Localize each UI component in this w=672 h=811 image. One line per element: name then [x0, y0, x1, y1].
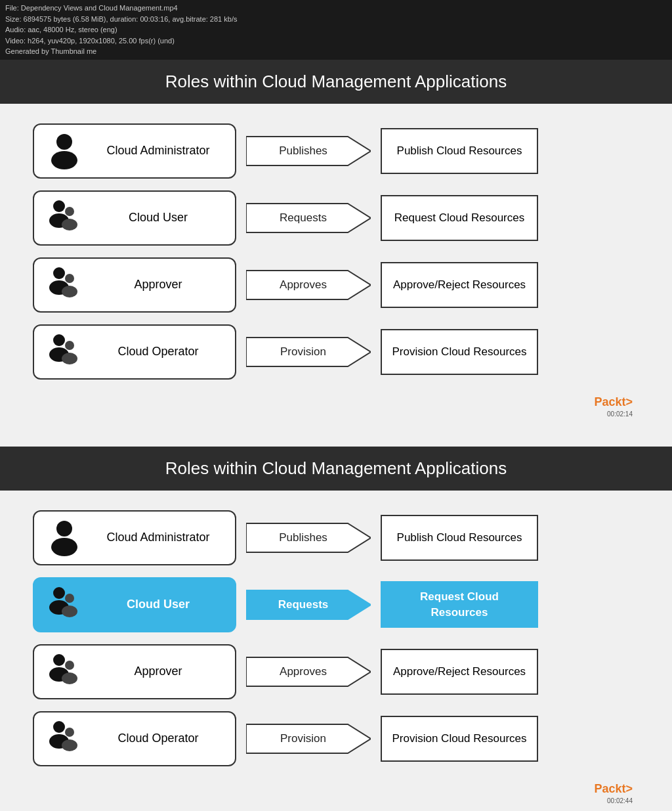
result-label-publish-2: Publish Cloud Resources [397, 530, 522, 546]
svg-point-10 [65, 274, 74, 283]
file-info-line2: Size: 6894575 bytes (6.58 MiB), duration… [5, 14, 667, 25]
arrow-label-provision-2: Provision [280, 732, 337, 745]
person-icon-approver-2 [45, 652, 84, 691]
section-2-title: Roles within Cloud Management Applicatio… [165, 458, 507, 478]
svg-point-26 [53, 654, 65, 666]
section-1-diagram: Cloud Administrator Publishes Publish Cl… [0, 104, 672, 447]
file-info-bar: File: Dependency Views and Cloud Managem… [0, 0, 672, 60]
arrow-shape-provision-1: Provision [246, 335, 371, 369]
file-info-line3: Audio: aac, 48000 Hz, stereo (eng) [5, 24, 667, 35]
arrow-shape-publishes-2: Publishes [246, 521, 371, 555]
arrow-label-publishes-2: Publishes [279, 531, 338, 544]
arrow-shape-requests-1: Requests [246, 201, 371, 235]
result-box-request-resources-1: Request Cloud Resources [381, 195, 538, 241]
role-box-cloud-user-2-highlighted: Cloud User [33, 577, 236, 632]
timestamp-1: 00:02:14 [33, 410, 639, 420]
section-2-diagram: Cloud Administrator Publishes Publish Cl… [0, 491, 672, 812]
svg-point-29 [62, 672, 77, 684]
arrow-label-requests-1: Requests [280, 211, 337, 225]
role-label-approver-2: Approver [92, 664, 224, 679]
file-info-line4: Video: h264, yuv420p, 1920x1080, 25.00 f… [5, 35, 667, 47]
arrow-label-publishes-1: Publishes [279, 144, 338, 158]
svg-point-0 [56, 134, 72, 150]
result-label-provision-1: Provision Cloud Resources [392, 344, 526, 360]
arrow-shape-provision-2: Provision [246, 722, 371, 756]
role-box-approver-2: Approver [33, 644, 236, 699]
arrow-shape-approves-1: Approves [246, 268, 371, 302]
row-1-4: Cloud Operator Provision Provision Cloud… [33, 324, 639, 380]
arrow-label-provision-1: Provision [280, 345, 337, 359]
result-box-approve-resources-2: Approve/Reject Resources [381, 649, 538, 695]
arrow-label-approves-1: Approves [280, 278, 337, 292]
person-icon-operator-1 [45, 332, 84, 372]
role-label-cloud-admin-2: Cloud Administrator [92, 530, 224, 545]
row-2-1: Cloud Administrator Publishes Publish Cl… [33, 510, 639, 565]
role-label-cloud-operator-1: Cloud Operator [92, 344, 224, 359]
result-label-publish-1: Publish Cloud Resources [397, 143, 522, 159]
svg-point-28 [65, 661, 74, 670]
svg-point-3 [53, 200, 65, 212]
arrow-shape-requests-2: Requests [246, 588, 371, 622]
svg-point-23 [65, 594, 74, 603]
person-icon-admin-2 [45, 518, 84, 558]
section-2-header: Roles within Cloud Management Applicatio… [0, 447, 672, 491]
arrow-publishes-1: Publishes [243, 134, 374, 168]
role-label-cloud-admin-1: Cloud Administrator [92, 143, 224, 158]
svg-point-6 [62, 219, 77, 230]
row-2-4: Cloud Operator Provision Provision Cloud… [33, 711, 639, 766]
arrow-shape-publishes-1: Publishes [246, 134, 371, 168]
person-icon-approver-1 [45, 265, 84, 305]
file-info-line5: Generated by Thumbnail me [5, 46, 667, 57]
svg-point-34 [62, 739, 77, 751]
svg-point-31 [53, 721, 65, 733]
file-info-line1: File: Dependency Views and Cloud Managem… [5, 3, 667, 14]
role-box-cloud-operator-2: Cloud Operator [33, 711, 236, 766]
role-box-cloud-admin-2: Cloud Administrator [33, 510, 236, 565]
result-label-approve-2: Approve/Reject Resources [393, 664, 526, 680]
svg-point-18 [56, 521, 72, 537]
role-label-cloud-user-1: Cloud User [92, 210, 224, 225]
packt-logo-1: Packt> [33, 391, 639, 410]
person-icon-operator-2 [45, 719, 84, 758]
result-label-approve-1: Approve/Reject Resources [393, 277, 526, 293]
arrow-publishes-2: Publishes [243, 521, 374, 555]
role-box-cloud-user-1: Cloud User [33, 190, 236, 246]
arrow-approves-2: Approves [243, 655, 374, 689]
arrow-requests-2: Requests [243, 588, 374, 622]
section-1: Roles within Cloud Management Applicatio… [0, 60, 672, 447]
result-box-request-resources-2-highlighted: Request Cloud Resources [381, 581, 538, 628]
row-2-2: Cloud User Requests Request Cloud Resour… [33, 577, 639, 632]
arrow-approves-1: Approves [243, 268, 374, 302]
person-icon-user-2 [45, 585, 84, 625]
arrow-provision-2: Provision [243, 722, 374, 756]
result-box-publish-resources-2: Publish Cloud Resources [381, 515, 538, 561]
svg-point-19 [51, 538, 77, 556]
result-box-approve-resources-1: Approve/Reject Resources [381, 262, 538, 308]
role-box-cloud-operator-1: Cloud Operator [33, 324, 236, 380]
section-1-header: Roles within Cloud Management Applicatio… [0, 60, 672, 104]
result-box-publish-resources-1: Publish Cloud Resources [381, 128, 538, 174]
role-label-cloud-user-2: Cloud User [92, 597, 224, 612]
person-icon-admin-1 [45, 131, 84, 171]
result-label-request-2: Request Cloud Resources [391, 589, 528, 621]
arrow-shape-approves-2: Approves [246, 655, 371, 689]
role-label-cloud-operator-2: Cloud Operator [92, 731, 224, 746]
svg-point-8 [53, 267, 65, 279]
svg-point-16 [62, 353, 77, 364]
packt-logo-2: Packt> [33, 778, 639, 797]
svg-point-11 [62, 286, 77, 297]
row-1-1: Cloud Administrator Publishes Publish Cl… [33, 123, 639, 179]
person-icon-user-1 [45, 198, 84, 238]
result-box-provision-resources-1: Provision Cloud Resources [381, 329, 538, 375]
svg-point-33 [65, 728, 74, 737]
result-label-request-1: Request Cloud Resources [394, 210, 524, 226]
result-label-provision-2: Provision Cloud Resources [392, 731, 526, 747]
row-2-3: Approver Approves Approve/Reject Resourc… [33, 644, 639, 699]
arrow-label-approves-2: Approves [280, 665, 337, 678]
result-box-provision-resources-2: Provision Cloud Resources [381, 716, 538, 762]
svg-point-21 [53, 587, 65, 599]
section-1-title: Roles within Cloud Management Applicatio… [165, 72, 507, 91]
svg-point-13 [53, 334, 65, 346]
role-box-approver-1: Approver [33, 257, 236, 313]
svg-point-1 [51, 151, 77, 169]
